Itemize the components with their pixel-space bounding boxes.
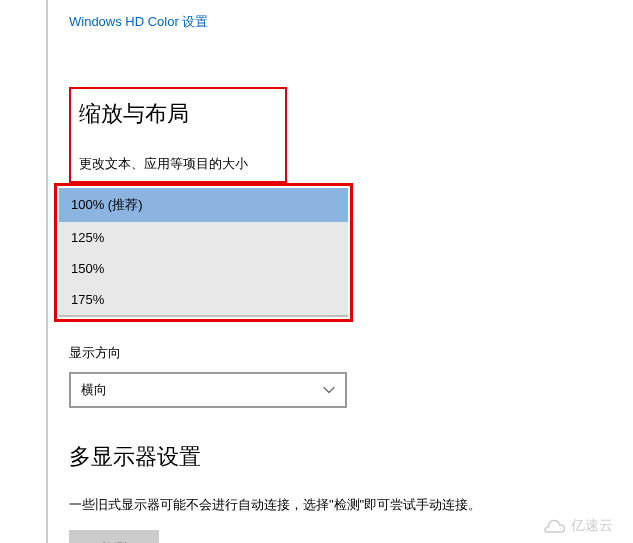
orientation-select[interactable]: 横向 bbox=[69, 372, 347, 408]
scaling-section-title: 缩放与布局 bbox=[79, 99, 277, 129]
hd-color-link[interactable]: Windows HD Color 设置 bbox=[69, 13, 208, 31]
scaling-option-175[interactable]: 175% bbox=[59, 284, 348, 315]
scaling-option-150[interactable]: 150% bbox=[59, 253, 348, 284]
cloud-icon bbox=[543, 518, 567, 534]
scaling-option-125[interactable]: 125% bbox=[59, 222, 348, 253]
scaling-header-highlight: 缩放与布局 更改文本、应用等项目的大小 bbox=[69, 87, 287, 183]
orientation-value: 横向 bbox=[81, 381, 107, 399]
multi-monitor-title: 多显示器设置 bbox=[69, 442, 633, 472]
watermark-text: 亿速云 bbox=[571, 517, 613, 535]
vertical-divider bbox=[46, 0, 48, 543]
scaling-dropdown-highlight: 100% (推荐) 125% 150% 175% bbox=[54, 183, 353, 322]
orientation-label: 显示方向 bbox=[69, 344, 633, 362]
chevron-down-icon bbox=[323, 384, 335, 396]
watermark: 亿速云 bbox=[543, 517, 613, 535]
scaling-dropdown-list[interactable]: 100% (推荐) 125% 150% 175% bbox=[59, 188, 348, 317]
multi-monitor-description: 一些旧式显示器可能不会进行自动连接，选择"检测"即可尝试手动连接。 bbox=[69, 496, 633, 514]
detect-button[interactable]: 检测 bbox=[69, 530, 159, 543]
text-size-label: 更改文本、应用等项目的大小 bbox=[79, 155, 277, 173]
scaling-option-100[interactable]: 100% (推荐) bbox=[59, 188, 348, 222]
